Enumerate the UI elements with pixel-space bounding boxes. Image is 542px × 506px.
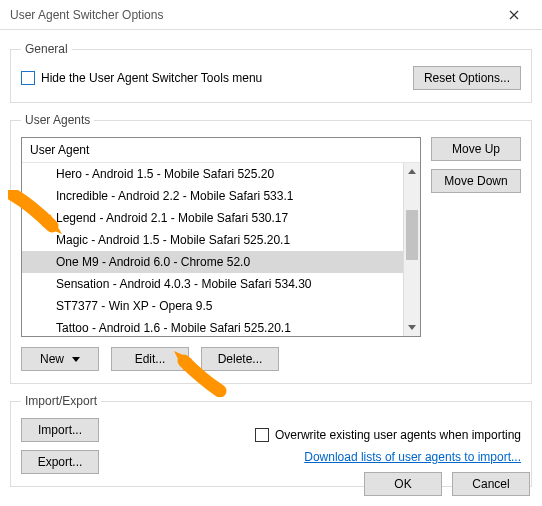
move-up-button[interactable]: Move Up — [431, 137, 521, 161]
list-header: User Agent — [22, 138, 420, 163]
window-title: User Agent Switcher Options — [10, 8, 163, 22]
close-icon[interactable] — [494, 1, 534, 29]
edit-button[interactable]: Edit... — [111, 347, 189, 371]
user-agents-legend: User Agents — [21, 113, 94, 127]
cancel-button[interactable]: Cancel — [452, 472, 530, 496]
new-button[interactable]: New — [21, 347, 99, 371]
checkbox-icon — [21, 71, 35, 85]
overwrite-checkbox[interactable]: Overwrite existing user agents when impo… — [255, 428, 521, 442]
delete-button[interactable]: Delete... — [201, 347, 279, 371]
list-item[interactable]: One M9 - Android 6.0 - Chrome 52.0 — [22, 251, 403, 273]
list-item[interactable]: Sensation - Android 4.0.3 - Mobile Safar… — [22, 273, 403, 295]
general-legend: General — [21, 42, 72, 56]
list-item[interactable]: Magic - Android 1.5 - Mobile Safari 525.… — [22, 229, 403, 251]
hide-menu-checkbox[interactable]: Hide the User Agent Switcher Tools menu — [21, 71, 262, 85]
user-agents-group: User Agents User Agent Hero - Android 1.… — [10, 113, 532, 384]
user-agent-listbox[interactable]: User Agent Hero - Android 1.5 - Mobile S… — [21, 137, 421, 337]
hide-menu-label: Hide the User Agent Switcher Tools menu — [41, 71, 262, 85]
import-export-legend: Import/Export — [21, 394, 101, 408]
list-item[interactable]: Legend - Android 2.1 - Mobile Safari 530… — [22, 207, 403, 229]
scroll-track[interactable] — [404, 180, 420, 319]
ok-button[interactable]: OK — [364, 472, 442, 496]
download-link[interactable]: Download lists of user agents to import.… — [304, 450, 521, 464]
list-item[interactable]: Hero - Android 1.5 - Mobile Safari 525.2… — [22, 163, 403, 185]
list-item[interactable]: ST7377 - Win XP - Opera 9.5 — [22, 295, 403, 317]
scrollbar[interactable] — [403, 163, 420, 336]
scroll-up-icon[interactable] — [404, 163, 420, 180]
list-item[interactable]: Incredible - Android 2.2 - Mobile Safari… — [22, 185, 403, 207]
export-button[interactable]: Export... — [21, 450, 99, 474]
import-button[interactable]: Import... — [21, 418, 99, 442]
scroll-thumb[interactable] — [406, 210, 418, 260]
scroll-down-icon[interactable] — [404, 319, 420, 336]
move-down-button[interactable]: Move Down — [431, 169, 521, 193]
checkbox-icon — [255, 428, 269, 442]
list-item[interactable]: Tattoo - Android 1.6 - Mobile Safari 525… — [22, 317, 403, 336]
titlebar: User Agent Switcher Options — [0, 0, 542, 30]
reset-options-button[interactable]: Reset Options... — [413, 66, 521, 90]
overwrite-label: Overwrite existing user agents when impo… — [275, 428, 521, 442]
general-group: General Hide the User Agent Switcher Too… — [10, 42, 532, 103]
chevron-down-icon — [72, 357, 80, 362]
